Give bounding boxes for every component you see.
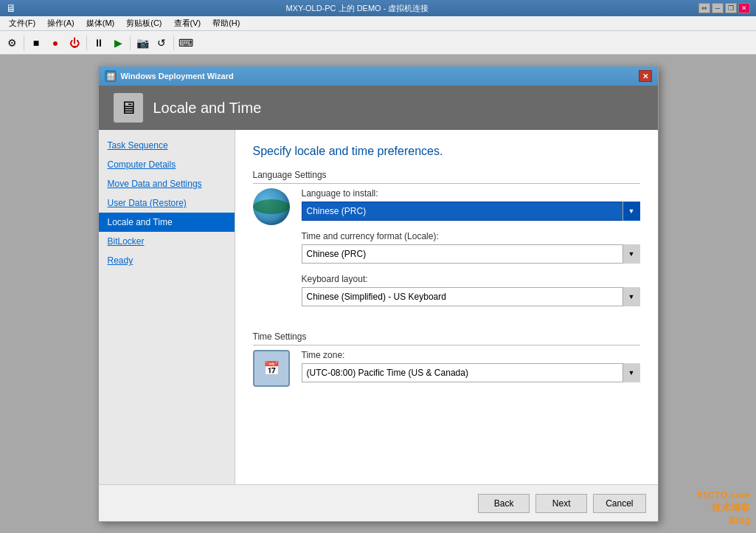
power-icon[interactable]: ⏻ xyxy=(66,34,83,52)
timezone-field-label: Time zone: xyxy=(302,350,640,360)
dialog-footer: Back Next Cancel xyxy=(99,484,658,521)
language-section-label: Language Settings xyxy=(253,170,640,184)
nav-locale-time[interactable]: Locale and Time xyxy=(99,213,235,232)
revert-icon[interactable]: ↺ xyxy=(153,34,170,52)
back-button[interactable]: Back xyxy=(478,494,530,513)
menu-action[interactable]: 操作(A) xyxy=(41,16,80,30)
next-button[interactable]: Next xyxy=(535,494,587,513)
close-btn[interactable]: ✕ xyxy=(738,3,750,13)
nav-move-data[interactable]: Move Data and Settings xyxy=(99,174,235,193)
calendar-icon: 📅 xyxy=(253,350,290,387)
language-dropdown-wrapper: Chinese (PRC) ▼ xyxy=(302,202,640,221)
watermark-line3: Blog xyxy=(697,515,750,527)
menu-view[interactable]: 查看(V) xyxy=(168,16,207,30)
dialog-titlebar: 🪟 Windows Deployment Wizard ✕ xyxy=(99,66,658,86)
language-section: Language Settings Language to install: C… xyxy=(253,170,640,317)
nav-user-data[interactable]: User Data (Restore) xyxy=(99,193,235,213)
time-form-row: 📅 Time zone: (UTC-08:00) Pacific Time (U… xyxy=(253,350,640,393)
dialog-title: Windows Deployment Wizard xyxy=(121,72,639,80)
locale-dropdown-wrapper: Chinese (PRC) ▼ xyxy=(302,244,640,264)
language-fields: Language to install: Chinese (PRC) ▼ Tim… xyxy=(302,188,640,317)
stop-icon[interactable]: ■ xyxy=(27,34,45,52)
timezone-select[interactable]: (UTC-08:00) Pacific Time (US & Canada) xyxy=(302,363,640,382)
window-controls: ⇔ ─ ❐ ✕ xyxy=(698,3,750,13)
wizard-icon: 🪟 xyxy=(105,70,117,82)
language-field-label: Language to install: xyxy=(302,188,640,199)
record-icon[interactable]: ● xyxy=(46,34,64,52)
nav-computer-details[interactable]: Computer Details xyxy=(99,155,235,174)
header-title: Locale and Time xyxy=(153,100,262,117)
time-section: Time Settings 📅 Time zone: (UTC-08:00) P… xyxy=(253,331,640,393)
time-fields: Time zone: (UTC-08:00) Pacific Time (US … xyxy=(302,350,640,393)
resume-icon[interactable]: ▶ xyxy=(109,34,127,52)
nav-task-sequence[interactable]: Task Sequence xyxy=(99,136,235,155)
timezone-dropdown-wrapper: (UTC-08:00) Pacific Time (US & Canada) ▼ xyxy=(302,363,640,382)
sep1 xyxy=(24,35,24,50)
dialog-body: Task Sequence Computer Details Move Data… xyxy=(99,130,658,484)
page-subtitle: Specify locale and time preferences. xyxy=(253,145,640,158)
language-select[interactable]: Chinese (PRC) xyxy=(302,202,640,221)
cancel-button[interactable]: Cancel xyxy=(593,494,645,513)
window-titlebar: 🖥 MXY-OLD-PC 上的 DEMO - 虚拟机连接 ⇔ ─ ❐ ✕ xyxy=(0,0,756,16)
window-title: MXY-OLD-PC 上的 DEMO - 虚拟机连接 xyxy=(16,3,698,14)
dialog-close-button[interactable]: ✕ xyxy=(639,70,652,82)
keyboard-dropdown-wrapper: Chinese (Simplified) - US Keyboard ▼ xyxy=(302,287,640,306)
keyboard-select[interactable]: Chinese (Simplified) - US Keyboard xyxy=(302,287,640,306)
menu-file[interactable]: 文件(F) xyxy=(3,16,41,30)
watermark-line1: 51CTO.com xyxy=(697,489,750,502)
arrows-btn[interactable]: ⇔ xyxy=(698,3,710,13)
nav-ready[interactable]: Ready xyxy=(99,251,235,270)
send-icon[interactable]: ⌨ xyxy=(177,34,195,52)
pause-icon[interactable]: ⏸ xyxy=(90,34,108,52)
sep3 xyxy=(130,35,131,50)
language-form-row: Language to install: Chinese (PRC) ▼ Tim… xyxy=(253,188,640,317)
deployment-wizard-dialog: 🪟 Windows Deployment Wizard ✕ 🖥 Locale a… xyxy=(98,66,659,522)
sep4 xyxy=(173,35,174,50)
workspace: 🪟 Windows Deployment Wizard ✕ 🖥 Locale a… xyxy=(0,55,756,533)
menu-help[interactable]: 帮助(H) xyxy=(207,16,246,30)
menu-media[interactable]: 媒体(M) xyxy=(80,16,121,30)
globe-icon xyxy=(253,188,290,225)
sep2 xyxy=(86,35,87,50)
menubar: 文件(F) 操作(A) 媒体(M) 剪贴板(C) 查看(V) 帮助(H) xyxy=(0,16,756,31)
restore-btn[interactable]: ❐ xyxy=(725,3,737,13)
locale-select[interactable]: Chinese (PRC) xyxy=(302,244,640,264)
locale-field-label: Time and currency format (Locale): xyxy=(302,231,640,241)
main-content: Specify locale and time preferences. Lan… xyxy=(235,130,658,484)
time-section-label: Time Settings xyxy=(253,331,640,345)
menu-clipboard[interactable]: 剪贴板(C) xyxy=(120,16,167,30)
wizard-nav-sidebar: Task Sequence Computer Details Move Data… xyxy=(99,130,235,484)
toolbar: ⚙ ■ ● ⏻ ⏸ ▶ 📷 ↺ ⌨ xyxy=(0,31,756,55)
watermark-line2: 技术博客 xyxy=(697,502,750,515)
minimize-btn[interactable]: ─ xyxy=(712,3,724,13)
keyboard-field-label: Keyboard layout: xyxy=(302,274,640,284)
header-icon: 🖥 xyxy=(114,93,143,123)
dialog-header: 🖥 Locale and Time xyxy=(99,86,658,130)
settings-icon[interactable]: ⚙ xyxy=(3,34,21,52)
nav-bitlocker[interactable]: BitLocker xyxy=(99,232,235,251)
main-window: 🖥 MXY-OLD-PC 上的 DEMO - 虚拟机连接 ⇔ ─ ❐ ✕ 文件(… xyxy=(0,0,756,533)
watermark: 51CTO.com 技术博客 Blog xyxy=(697,489,750,527)
snapshot-icon[interactable]: 📷 xyxy=(133,34,151,52)
